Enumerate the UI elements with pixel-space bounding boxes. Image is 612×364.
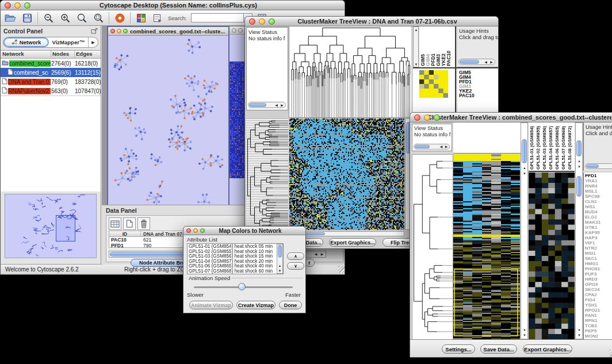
zoom-heatmap-canvas[interactable] — [529, 173, 575, 339]
scroll-down-icon[interactable]: ▼ — [577, 333, 582, 338]
trash-icon[interactable] — [137, 217, 150, 230]
scroll-up-icon[interactable]: ▲ — [522, 166, 527, 170]
network-view-frame[interactable]: combined_scores_good.txt--cluste... — [107, 26, 230, 210]
status-hscrollbar[interactable]: ◀ ▶ — [414, 144, 450, 150]
search-input[interactable] — [191, 13, 244, 22]
tab-more-button[interactable]: ▶ — [88, 37, 98, 47]
gene-label[interactable]: HAP3 — [585, 235, 612, 240]
hints-hscrollbar[interactable] — [585, 163, 612, 169]
data-col-id[interactable]: ID — [109, 231, 141, 236]
network-row-selected[interactable]: combined_sco 2569(6) 13112(15) — [1, 68, 101, 77]
gene-label[interactable]: RNR4 — [585, 183, 612, 189]
tab-vizmapper[interactable]: VizMapper™ — [49, 37, 88, 47]
array-label[interactable]: GPL51-07 (GSM868) — [561, 126, 566, 170]
array-label[interactable]: GPL51-06 (GSM865) — [555, 126, 560, 170]
minimize-icon[interactable] — [424, 114, 430, 121]
window-resize-grip[interactable] — [338, 266, 345, 273]
gene-label[interactable]: PFD1 — [585, 173, 612, 178]
status-hscrollbar[interactable]: ◀ ▶ — [248, 102, 286, 108]
treeview1-titlebar[interactable]: ClusterMaker TreeView : DNA and Tran 07-… — [244, 16, 499, 26]
gene-label[interactable]: MON2 — [585, 334, 612, 339]
zoom-window-icon[interactable] — [434, 114, 440, 121]
labels-vscrollbar[interactable]: ▲ ▼ ▲ ▼ — [575, 122, 583, 339]
gene-label[interactable]: SEC1 — [585, 256, 612, 261]
gene-label[interactable]: PAC10 — [459, 93, 498, 98]
col-header-nodes[interactable]: Nodes — [51, 51, 75, 58]
close-icon[interactable] — [232, 28, 236, 33]
gene-label[interactable]: HMG1 — [585, 261, 612, 266]
tab-network[interactable]: Network — [3, 37, 49, 47]
heatmap-canvas[interactable] — [289, 118, 404, 230]
settings-button[interactable]: Settings... — [442, 344, 475, 354]
scroll-down-icon[interactable]: ▼ — [577, 164, 582, 169]
zoom-window-icon[interactable] — [200, 228, 205, 233]
row-dendrogram[interactable] — [246, 118, 288, 230]
gene-label[interactable]: YRA1 — [585, 178, 612, 183]
move-up-button[interactable]: ∧ — [287, 252, 304, 260]
array-label[interactable]: GPL51-01 (GSM854) — [530, 126, 534, 170]
list-vscrollbar[interactable]: ▲ ▼ — [277, 244, 283, 274]
column-dendrogram-area[interactable] — [453, 122, 521, 154]
scroll-up-icon[interactable]: ▲ — [278, 263, 282, 267]
array-label[interactable]: GPL51-02 (GSM855) — [536, 126, 541, 170]
create-vizmap-button[interactable]: Create Vizmap — [236, 301, 276, 309]
minimize-icon[interactable] — [238, 28, 243, 33]
correlation-matrix-canvas[interactable] — [419, 70, 448, 98]
minimize-icon[interactable] — [259, 18, 265, 25]
dialog-titlebar[interactable]: Map Colors to Network — [183, 226, 306, 235]
export-graphics-button[interactable]: Export Graphics... — [329, 238, 376, 247]
gene-label[interactable]: KAP95 — [585, 230, 612, 235]
save-icon[interactable] — [21, 12, 33, 24]
gene-label[interactable]: RPN1 — [585, 318, 612, 323]
gene-label[interactable]: PUF3 — [585, 271, 612, 277]
gene-label[interactable]: NIS1 — [585, 204, 612, 209]
zoom-in-icon[interactable] — [59, 12, 71, 24]
minimize-icon[interactable] — [193, 228, 198, 233]
gene-label[interactable]: TCB3 — [585, 323, 612, 328]
col-header-edges[interactable]: Edges — [75, 51, 101, 58]
close-icon[interactable] — [186, 228, 191, 233]
heatmap-hscrollbar[interactable] — [289, 231, 404, 236]
scroll-up-icon[interactable]: ▲ — [577, 159, 582, 163]
minimize-icon[interactable] — [14, 2, 21, 9]
main-titlebar[interactable]: Cytoscape Desktop (Session Name: collins… — [0, 0, 345, 10]
gene-label[interactable]: CLN1 — [585, 199, 612, 204]
close-icon[interactable] — [110, 29, 115, 33]
scroll-down-icon[interactable]: ▼ — [278, 269, 282, 273]
zoom-fit-icon[interactable] — [75, 12, 88, 24]
network-row[interactable]: RNAPuberNov2+| 563(0) 107847(0) — [1, 86, 101, 95]
zoom-out-icon[interactable] — [42, 12, 55, 24]
heatmap-canvas[interactable] — [453, 154, 520, 339]
scroll-down-icon[interactable]: ▼ — [414, 62, 418, 66]
gene-label[interactable]: ELG1 — [585, 214, 612, 220]
col-header-network[interactable]: Network — [1, 51, 51, 58]
overview-viewport-rect[interactable] — [56, 215, 75, 242]
close-icon[interactable] — [414, 114, 420, 121]
move-down-button[interactable]: ∨ — [287, 262, 304, 270]
scroll-up-icon[interactable]: ▲ — [414, 28, 418, 32]
done-button[interactable]: Done — [279, 301, 302, 309]
overview-canvas[interactable] — [5, 194, 96, 258]
attribute-list[interactable]: GPL51-01 (GSM854) heat shock 05 min GPL5… — [187, 243, 284, 274]
scroll-right-icon[interactable]: ▶ — [280, 103, 285, 107]
column-dendrogram-canvas[interactable] — [289, 26, 411, 118]
scroll-right-icon[interactable]: ▶ — [444, 145, 449, 148]
zoom-selected-icon[interactable] — [92, 12, 105, 24]
new-doc-icon[interactable] — [123, 217, 136, 230]
scroll-right-icon[interactable]: ▶ — [319, 252, 325, 256]
array-label[interactable]: GPL51-03 (GSM856) — [542, 126, 547, 170]
scroll-left-icon[interactable]: ◀ — [439, 145, 443, 148]
treeview2-titlebar[interactable]: ClusterMaker TreeView : combined_scores_… — [410, 112, 612, 122]
network-view-canvas[interactable] — [108, 36, 228, 209]
zoom-window-icon[interactable] — [123, 29, 128, 33]
scroll-up-icon[interactable]: ▲ — [577, 327, 582, 332]
gene-label[interactable]: PEP5 — [585, 328, 612, 334]
scroll-left-icon[interactable]: ◀ — [313, 252, 319, 256]
gene-label[interactable]: RPO21 — [585, 308, 612, 313]
gene-label[interactable]: FIG4 — [585, 297, 612, 302]
zoom-window-icon[interactable] — [24, 2, 30, 9]
scroll-up-icon[interactable]: ▲ — [522, 327, 527, 332]
float-panel-icon[interactable] — [91, 26, 98, 36]
attribute-item[interactable]: GPL51-07 (GSM868) heat shock 60 min — [189, 269, 275, 274]
hints-hscrollbar[interactable]: ◀ ▶ — [458, 59, 495, 65]
